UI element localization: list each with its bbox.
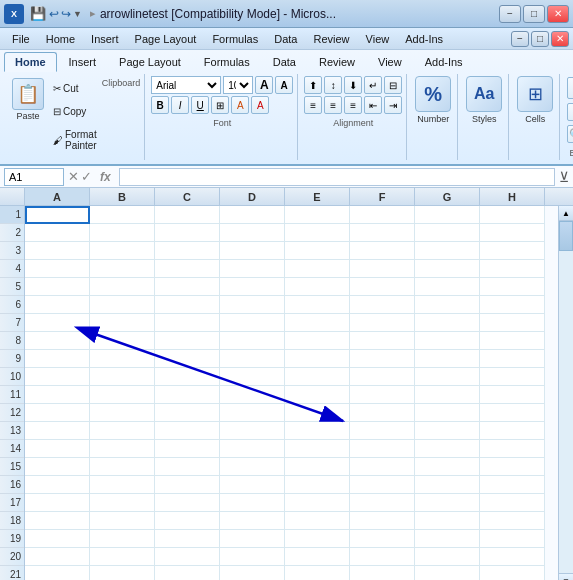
align-center-button[interactable]: ≡ xyxy=(324,96,342,114)
cell-B10[interactable] xyxy=(90,368,155,386)
cell-C20[interactable] xyxy=(155,548,220,566)
cell-E18[interactable] xyxy=(285,512,350,530)
cell-D19[interactable] xyxy=(220,530,285,548)
row-num-20[interactable]: 20 xyxy=(0,548,24,566)
col-header-d[interactable]: D xyxy=(220,188,285,205)
bold-button[interactable]: B xyxy=(151,96,169,114)
cell-H18[interactable] xyxy=(480,512,545,530)
cell-B20[interactable] xyxy=(90,548,155,566)
cell-E1[interactable] xyxy=(285,206,350,224)
cell-F16[interactable] xyxy=(350,476,415,494)
cell-A20[interactable] xyxy=(25,548,90,566)
cell-B12[interactable] xyxy=(90,404,155,422)
cell-D1[interactable] xyxy=(220,206,285,224)
cell-B11[interactable] xyxy=(90,386,155,404)
cell-B17[interactable] xyxy=(90,494,155,512)
cell-H21[interactable] xyxy=(480,566,545,580)
cell-H1[interactable] xyxy=(480,206,545,224)
cell-F3[interactable] xyxy=(350,242,415,260)
cell-E14[interactable] xyxy=(285,440,350,458)
cell-H15[interactable] xyxy=(480,458,545,476)
cell-B2[interactable] xyxy=(90,224,155,242)
cell-B13[interactable] xyxy=(90,422,155,440)
cell-E5[interactable] xyxy=(285,278,350,296)
cell-B8[interactable] xyxy=(90,332,155,350)
cell-F11[interactable] xyxy=(350,386,415,404)
cell-E12[interactable] xyxy=(285,404,350,422)
cell-G9[interactable] xyxy=(415,350,480,368)
ribbon-restore-button[interactable]: □ xyxy=(531,31,549,47)
cell-G12[interactable] xyxy=(415,404,480,422)
cell-C13[interactable] xyxy=(155,422,220,440)
cell-D2[interactable] xyxy=(220,224,285,242)
cell-F4[interactable] xyxy=(350,260,415,278)
cell-A8[interactable] xyxy=(25,332,90,350)
cell-D7[interactable] xyxy=(220,314,285,332)
cell-A13[interactable] xyxy=(25,422,90,440)
cell-B21[interactable] xyxy=(90,566,155,580)
cell-D11[interactable] xyxy=(220,386,285,404)
cell-H5[interactable] xyxy=(480,278,545,296)
fill-color-button[interactable]: A xyxy=(231,96,249,114)
align-bottom-button[interactable]: ⬇ xyxy=(344,76,362,94)
cell-F13[interactable] xyxy=(350,422,415,440)
vertical-scrollbar[interactable]: ▲ ▼ xyxy=(558,206,573,580)
scroll-up-button[interactable]: ▲ xyxy=(559,206,573,221)
cell-E19[interactable] xyxy=(285,530,350,548)
cell-F2[interactable] xyxy=(350,224,415,242)
confirm-formula-icon[interactable]: ✓ xyxy=(81,169,92,184)
cell-H10[interactable] xyxy=(480,368,545,386)
row-num-6[interactable]: 6 xyxy=(0,296,24,314)
cell-G6[interactable] xyxy=(415,296,480,314)
cell-D16[interactable] xyxy=(220,476,285,494)
col-header-e[interactable]: E xyxy=(285,188,350,205)
decrease-font-button[interactable]: A xyxy=(275,76,293,94)
cell-H12[interactable] xyxy=(480,404,545,422)
cell-G2[interactable] xyxy=(415,224,480,242)
font-size-select[interactable]: 10 xyxy=(223,76,253,94)
cell-C19[interactable] xyxy=(155,530,220,548)
cell-D18[interactable] xyxy=(220,512,285,530)
cell-B4[interactable] xyxy=(90,260,155,278)
cell-A7[interactable] xyxy=(25,314,90,332)
cell-C5[interactable] xyxy=(155,278,220,296)
cell-E7[interactable] xyxy=(285,314,350,332)
font-name-select[interactable]: Arial xyxy=(151,76,221,94)
tab-pagelayout[interactable]: Page Layout xyxy=(108,52,192,72)
cell-A12[interactable] xyxy=(25,404,90,422)
cell-E11[interactable] xyxy=(285,386,350,404)
cell-A16[interactable] xyxy=(25,476,90,494)
align-middle-button[interactable]: ↕ xyxy=(324,76,342,94)
cell-E16[interactable] xyxy=(285,476,350,494)
cell-D17[interactable] xyxy=(220,494,285,512)
format-painter-button[interactable]: 🖌 Format Painter xyxy=(50,128,100,152)
row-num-4[interactable]: 4 xyxy=(0,260,24,278)
font-color-button[interactable]: A xyxy=(251,96,269,114)
tab-home[interactable]: Home xyxy=(4,52,57,72)
maximize-button[interactable]: □ xyxy=(523,5,545,23)
cell-E3[interactable] xyxy=(285,242,350,260)
row-num-7[interactable]: 7 xyxy=(0,314,24,332)
row-num-11[interactable]: 11 xyxy=(0,386,24,404)
cell-H20[interactable] xyxy=(480,548,545,566)
cell-A3[interactable] xyxy=(25,242,90,260)
cell-G8[interactable] xyxy=(415,332,480,350)
row-num-5[interactable]: 5 xyxy=(0,278,24,296)
tab-data[interactable]: Data xyxy=(262,52,307,72)
align-right-button[interactable]: ≡ xyxy=(344,96,362,114)
cell-F17[interactable] xyxy=(350,494,415,512)
cell-C16[interactable] xyxy=(155,476,220,494)
cell-C8[interactable] xyxy=(155,332,220,350)
cell-A4[interactable] xyxy=(25,260,90,278)
cell-G4[interactable] xyxy=(415,260,480,278)
increase-font-button[interactable]: A xyxy=(255,76,273,94)
cell-A11[interactable] xyxy=(25,386,90,404)
cell-B19[interactable] xyxy=(90,530,155,548)
cell-C3[interactable] xyxy=(155,242,220,260)
cell-A19[interactable] xyxy=(25,530,90,548)
merge-center-button[interactable]: ⊟ xyxy=(384,76,402,94)
sort-filter-button[interactable]: ↕ A↓ xyxy=(566,102,573,122)
cell-C1[interactable] xyxy=(155,206,220,224)
cell-G10[interactable] xyxy=(415,368,480,386)
row-num-8[interactable]: 8 xyxy=(0,332,24,350)
